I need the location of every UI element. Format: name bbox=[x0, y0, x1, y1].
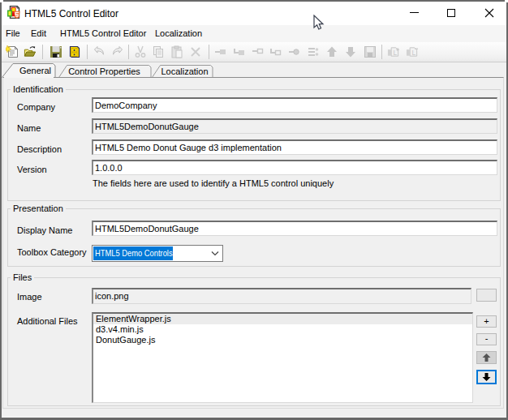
svg-text:General: General bbox=[19, 66, 51, 75]
svg-text:Control Properties: Control Properties bbox=[68, 66, 140, 76]
svg-text:Localization: Localization bbox=[161, 66, 208, 76]
svg-text:L: L bbox=[412, 49, 416, 57]
